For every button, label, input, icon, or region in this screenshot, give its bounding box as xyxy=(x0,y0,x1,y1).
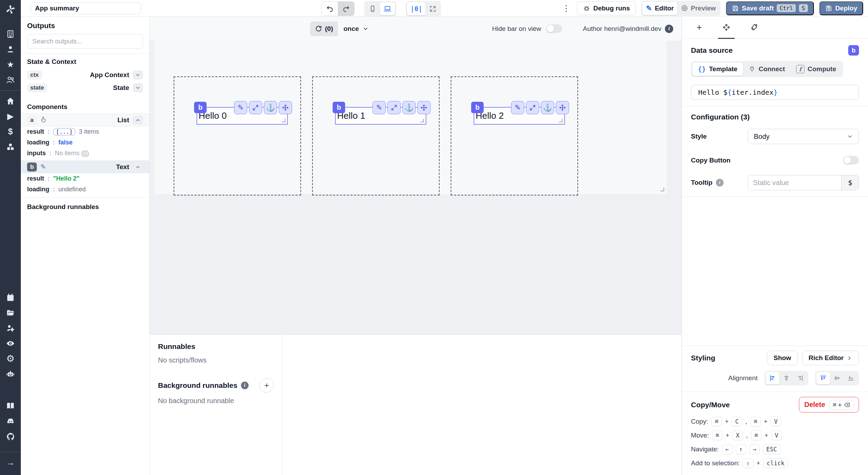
expand-handle[interactable] xyxy=(526,101,539,114)
info-icon[interactable]: i xyxy=(241,382,249,389)
move-handle[interactable] xyxy=(417,101,431,114)
copy-button-toggle[interactable] xyxy=(843,156,859,165)
component-a-inputs-row[interactable]: inputs: No items ([]) xyxy=(21,148,149,160)
refresh-mode-select[interactable]: once xyxy=(338,25,374,33)
insert-component-tab[interactable]: + xyxy=(690,17,708,39)
connect-tab[interactable]: Connect xyxy=(743,62,791,76)
anchor-handle[interactable]: ⚓ xyxy=(402,101,416,114)
discord-icon[interactable] xyxy=(0,414,21,429)
text-component[interactable]: b Hello 1 ✎ ⚓ xyxy=(335,107,426,125)
component-a-loading-row[interactable]: loading: false xyxy=(21,137,149,148)
edit-handle[interactable]: ✎ xyxy=(234,101,247,114)
chevron-down-icon[interactable] xyxy=(133,83,143,92)
info-icon[interactable]: i xyxy=(665,25,673,33)
delete-component-button[interactable]: Delete ⌘+ xyxy=(799,397,859,412)
style-select[interactable]: Body xyxy=(748,129,859,144)
desktop-view-button[interactable] xyxy=(380,2,395,15)
align-right-button[interactable] xyxy=(793,372,807,384)
robot-icon[interactable] xyxy=(0,366,21,382)
user-settings-icon[interactable] xyxy=(0,320,21,336)
expand-rail-icon[interactable]: → xyxy=(0,455,21,470)
text-component[interactable]: b Hello 2 ✎ ⚓ xyxy=(474,107,565,125)
chevron-up-icon[interactable] xyxy=(133,162,143,172)
expand-handle[interactable] xyxy=(387,101,401,114)
template-expression-input[interactable]: Hello ${iter.index} xyxy=(691,85,859,100)
fullwidth-canvas-button[interactable] xyxy=(426,2,440,15)
redo-button[interactable] xyxy=(338,2,354,16)
edit-id-icon[interactable]: ✎ xyxy=(40,163,46,171)
expand-handle[interactable] xyxy=(249,101,262,114)
center-canvas-button[interactable]: |0| xyxy=(407,2,426,15)
audit-eye-icon[interactable] xyxy=(0,336,21,351)
list-item-container[interactable]: b Hello 1 ✎ ⚓ xyxy=(312,76,440,195)
component-settings-tab[interactable] xyxy=(717,17,735,39)
anchor-handle[interactable]: ⚓ xyxy=(541,101,554,114)
compute-tab[interactable]: f Compute xyxy=(791,62,842,76)
list-item-container[interactable]: b Hello 2 ✎ ⚓ xyxy=(451,76,578,195)
add-background-runnable-button[interactable]: + xyxy=(259,378,274,393)
align-left-button[interactable] xyxy=(766,372,779,384)
edit-handle[interactable]: ✎ xyxy=(511,101,524,114)
book-icon[interactable] xyxy=(0,398,21,414)
refresh-button[interactable]: (0) xyxy=(310,22,338,36)
show-styling-button[interactable]: Show xyxy=(767,351,798,365)
star-icon[interactable]: ★ xyxy=(0,57,21,72)
more-menu-icon[interactable]: ⋮ xyxy=(561,3,571,13)
folder-icon[interactable] xyxy=(0,305,21,320)
chevron-up-icon[interactable] xyxy=(133,116,143,125)
github-icon[interactable] xyxy=(0,429,21,444)
app-summary-input[interactable] xyxy=(31,2,141,14)
align-bottom-button[interactable] xyxy=(844,372,858,384)
component-b-loading-row[interactable]: loading: undefined xyxy=(21,184,149,197)
hide-bar-toggle[interactable] xyxy=(546,24,562,33)
styling-tab[interactable] xyxy=(744,17,762,39)
component-a-header[interactable]: a List xyxy=(21,114,149,126)
move-handle[interactable] xyxy=(556,101,569,114)
building-icon[interactable] xyxy=(0,26,21,42)
eye-icon xyxy=(681,5,688,12)
users-icon[interactable] xyxy=(0,72,21,88)
align-middle-button[interactable] xyxy=(830,372,844,384)
preview-tab[interactable]: Preview xyxy=(677,2,719,15)
page-resize-handle[interactable] xyxy=(660,188,664,191)
component-a-result-row[interactable]: result: [...] 3 items xyxy=(21,126,149,137)
text-component[interactable]: b Hello 0 ✎ ⚓ xyxy=(197,107,288,125)
ctx-row[interactable]: ctx App Context xyxy=(21,68,149,81)
home-icon[interactable] xyxy=(0,93,21,109)
search-outputs-input[interactable] xyxy=(27,34,143,49)
debug-runs-button[interactable]: Debug runs xyxy=(577,1,636,15)
component-resize-handle[interactable] xyxy=(282,119,285,122)
edit-handle[interactable]: ✎ xyxy=(373,101,386,114)
app-page[interactable]: b Hello 0 ✎ ⚓ b Hello 1 xyxy=(155,41,667,194)
dollar-icon[interactable]: $ xyxy=(0,124,21,139)
deploy-button[interactable]: Deploy xyxy=(819,1,863,15)
component-b-result-row[interactable]: result: "Hello 2" xyxy=(21,173,149,184)
editor-tab[interactable]: ✎ Editor xyxy=(642,2,677,15)
array-chip[interactable]: [...] xyxy=(53,128,75,135)
list-item-container[interactable]: b Hello 0 ✎ ⚓ xyxy=(174,76,301,195)
info-icon[interactable]: i xyxy=(716,179,724,186)
template-tab[interactable]: {} Template xyxy=(692,62,743,76)
state-row[interactable]: state State xyxy=(21,81,149,94)
tooltip-label: Tooltip i xyxy=(691,179,724,186)
chevron-down-icon[interactable] xyxy=(133,70,143,80)
mobile-view-button[interactable] xyxy=(365,2,380,15)
move-handle[interactable] xyxy=(279,101,292,114)
component-b-header[interactable]: b ✎ Text xyxy=(21,160,149,173)
align-top-button[interactable] xyxy=(816,372,830,384)
undo-button[interactable] xyxy=(322,2,338,16)
calendar-icon[interactable] xyxy=(0,290,21,305)
person-icon[interactable] xyxy=(0,42,21,57)
rich-editor-button[interactable]: Rich Editor xyxy=(802,351,859,365)
anchor-handle[interactable]: ⚓ xyxy=(264,101,277,114)
align-center-button[interactable] xyxy=(779,372,793,384)
gear-icon[interactable]: ⚙ xyxy=(0,351,21,366)
play-icon[interactable]: ▶ xyxy=(0,109,21,124)
component-resize-handle[interactable] xyxy=(559,119,562,122)
save-draft-button[interactable]: Save draft Ctrl S xyxy=(726,1,814,15)
cubes-icon[interactable] xyxy=(0,139,21,155)
component-resize-handle[interactable] xyxy=(420,119,424,122)
dynamic-value-button[interactable]: $ xyxy=(841,175,859,190)
windmill-logo[interactable] xyxy=(5,3,16,17)
tooltip-input[interactable] xyxy=(748,175,841,190)
